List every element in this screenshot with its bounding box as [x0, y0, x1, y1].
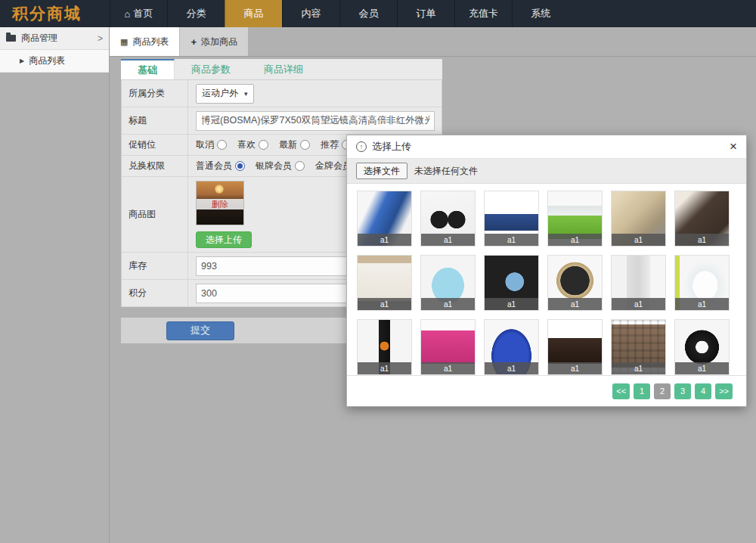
category-selected-value: 运动户外 [202, 87, 238, 100]
radio-like[interactable]: 喜欢 [237, 138, 268, 151]
radio-circle[interactable] [259, 140, 268, 150]
radio-circle-checked[interactable] [235, 161, 245, 171]
permission-label: 兑换权限 [122, 156, 188, 176]
delete-image-link[interactable]: 删除 [197, 199, 243, 209]
caret-right-icon: ▶ [20, 57, 24, 64]
product-thumb-rearview-mirror[interactable]: a1 [420, 255, 476, 311]
radio-newest[interactable]: 最新 [279, 138, 310, 151]
choose-upload-button[interactable]: 选择上传 [196, 231, 252, 248]
radio-label: 普通会员 [196, 160, 232, 172]
pagination-page-2-current[interactable]: 2 [654, 383, 671, 399]
product-caption: a1 [548, 234, 602, 246]
category-select[interactable]: 运动户外 ▾ [196, 84, 254, 104]
promotion-label: 促销位 [122, 135, 188, 155]
file-input-row: 选择文件 未选择任何文件 [347, 159, 746, 184]
product-thumb-air-mattress[interactable]: a1 [484, 191, 539, 247]
nav-item-products[interactable]: 商品 [225, 0, 282, 27]
tab-product-detail[interactable]: 商品详细 [247, 59, 320, 79]
product-thumb-belt[interactable]: a1 [674, 319, 730, 375]
pagination-page-4[interactable]: 4 [695, 383, 711, 399]
product-caption: a1 [421, 362, 475, 374]
tab-basic[interactable]: 基础 [121, 59, 175, 79]
product-thumb-binoculars[interactable]: a1 [420, 191, 476, 247]
tab-label: 商品列表 [132, 36, 169, 48]
pagination-prev-button[interactable]: << [612, 383, 630, 399]
nav-item-recharge-card[interactable]: 充值卡 [454, 0, 512, 27]
product-caption: a1 [675, 362, 729, 374]
nav-item-orders[interactable]: 订单 [397, 0, 454, 27]
nav-item-category[interactable]: 分类 [167, 0, 225, 27]
stock-label: 库存 [122, 253, 188, 279]
pagination-page-1[interactable]: 1 [634, 383, 650, 399]
product-thumb-clutch-bag[interactable]: a1 [547, 319, 603, 375]
radio-label: 最新 [279, 138, 297, 151]
close-icon[interactable]: × [730, 139, 737, 154]
pagination-page-3[interactable]: 3 [674, 383, 691, 399]
dropdown-arrow-icon: ▾ [244, 90, 248, 98]
product-caption: a1 [485, 234, 538, 246]
product-caption: a1 [548, 298, 602, 310]
page-tab-strip: ▦ 商品列表 + 添加商品 [110, 27, 756, 57]
product-thumb-handbag[interactable]: a1 [484, 319, 539, 375]
tab-product-list[interactable]: ▦ 商品列表 [110, 27, 179, 56]
nav-item-label: 首页 [133, 7, 153, 20]
submit-button[interactable]: 提交 [166, 321, 234, 340]
radio-circle[interactable] [300, 140, 310, 150]
product-caption: a1 [421, 298, 475, 310]
sidebar-group-label: 商品管理 [21, 32, 57, 45]
choose-file-button[interactable]: 选择文件 [356, 163, 407, 179]
nav-item-home[interactable]: ⌂ 首页 [110, 0, 167, 27]
radio-circle[interactable] [295, 161, 305, 171]
chevron-right-icon: > [98, 33, 103, 44]
grid-icon: ▦ [120, 37, 128, 47]
nav-item-label: 会员 [359, 7, 379, 20]
product-thumb-car-seat-covers[interactable]: a1 [611, 191, 666, 247]
product-thumb-car-stereo[interactable]: a1 [484, 255, 539, 311]
product-thumb-wallet[interactable]: a1 [420, 319, 476, 375]
product-caption: a1 [612, 234, 665, 246]
nav-item-members[interactable]: 会员 [339, 0, 397, 27]
product-caption: a1 [548, 362, 602, 374]
product-thumb-air-purifier[interactable]: a1 [357, 255, 412, 311]
product-thumb-messenger-bag[interactable]: a1 [611, 319, 666, 375]
product-image-label: 商品图 [122, 177, 188, 252]
sunset-image [215, 185, 224, 194]
tab-product-params[interactable]: 商品参数 [175, 59, 247, 79]
product-thumb-garment-steamer[interactable]: a1 [674, 255, 730, 311]
product-thumb-folding-chair[interactable]: a1 [357, 191, 412, 247]
product-thumb-water-dispenser[interactable]: a1 [611, 255, 666, 311]
product-caption: a1 [358, 362, 411, 374]
radio-label: 喜欢 [237, 138, 256, 151]
tab-add-product[interactable]: + 添加商品 [179, 27, 248, 56]
nav-item-content[interactable]: 内容 [282, 0, 339, 27]
modal-header: ↑ 选择上传 × [347, 135, 746, 159]
sidebar-item-product-list[interactable]: ▶ 商品列表 [0, 50, 109, 73]
radio-cancel[interactable]: 取消 [196, 138, 227, 151]
nav-item-system[interactable]: 系统 [512, 0, 569, 27]
nav-item-label: 分类 [187, 7, 206, 20]
category-label: 所属分类 [122, 80, 188, 107]
product-thumb-electric-heater[interactable]: a1 [357, 319, 412, 375]
top-navbar: 积分商城 ⌂ 首页 分类 商品 内容 会员 订单 充值卡 系统 [0, 0, 756, 27]
nav-item-label: 系统 [531, 7, 551, 20]
product-thumb-car-floor-mat[interactable]: a1 [674, 191, 730, 247]
product-thumb-rice-cooker[interactable]: a1 [547, 255, 603, 311]
title-input[interactable] [196, 111, 435, 131]
radio-label: 推荐 [321, 138, 339, 151]
nav-item-label: 商品 [244, 7, 264, 20]
radio-silver-member[interactable]: 银牌会员 [256, 160, 305, 172]
product-thumb-cooler-box[interactable]: a1 [547, 191, 603, 247]
product-caption: a1 [358, 298, 411, 310]
product-caption: a1 [485, 298, 538, 310]
nav-item-label: 订单 [417, 7, 436, 20]
product-grid: a1 a1 a1 a1 a1 a1 a1 a1 a1 a1 a1 a1 a1 a… [347, 184, 746, 375]
home-icon: ⌂ [125, 9, 131, 19]
sidebar-group-product-management[interactable]: 商品管理 > [0, 27, 109, 50]
product-image-thumbnail[interactable]: 删除 [196, 181, 244, 225]
product-caption: a1 [358, 234, 411, 246]
pagination-next-button[interactable]: >> [715, 383, 733, 399]
product-caption: a1 [421, 234, 475, 246]
radio-circle[interactable] [217, 140, 227, 150]
choose-upload-modal: ↑ 选择上传 × 选择文件 未选择任何文件 a1 a1 a1 a1 a1 a1 … [346, 135, 747, 407]
radio-normal-member[interactable]: 普通会员 [196, 160, 245, 172]
